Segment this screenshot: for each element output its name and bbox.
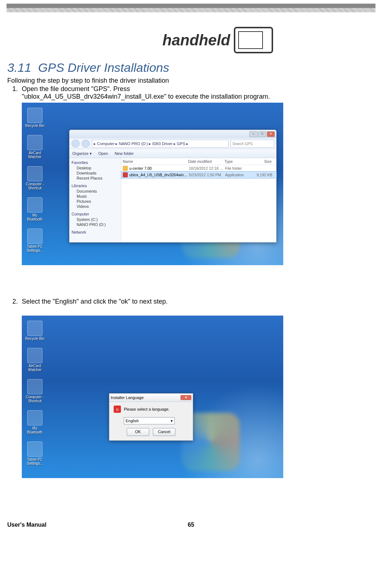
- dialog-body: u Please select a language. English ▾ OK…: [109, 402, 193, 440]
- explorer-window: – □ ✕ ▸ Computer▸ NANO PRO (D:)▸ ID83 Dr…: [69, 129, 277, 243]
- col-type[interactable]: Type: [224, 159, 250, 164]
- desktop-icon-recyclebin[interactable]: Recycle Bin: [25, 321, 45, 341]
- step-2: Select the "English" and click the "ok" …: [20, 298, 375, 305]
- language-selected: English: [126, 419, 139, 423]
- application-icon: [123, 172, 128, 177]
- sidebar-item-videos[interactable]: Videos: [72, 204, 119, 209]
- file-header: Name Date modified Type Size: [121, 158, 276, 165]
- explorer-filelist: Name Date modified Type Size u-center 7.…: [121, 158, 276, 242]
- sidebar-favorites-title: Favorites: [72, 160, 119, 165]
- desktop-icon-bluetooth[interactable]: My Bluetooth: [25, 410, 45, 434]
- desktop-icon-tabletpc[interactable]: Tablet PC Settings...: [25, 229, 45, 252]
- crumb-driverfolder[interactable]: ID83 Driver: [152, 141, 172, 146]
- sidebar-item-pictures[interactable]: Pictures: [72, 199, 119, 204]
- explorer-sidebar: Favorites Desktop Downloads Recent Place…: [69, 158, 121, 242]
- sidebar-libraries-title: Libraries: [72, 184, 119, 188]
- crumb-drive[interactable]: NANO PRO (D:): [119, 141, 148, 146]
- folder-icon: [123, 166, 128, 171]
- desktop-icon-recyclebin[interactable]: Recycle Bin: [25, 108, 45, 128]
- desktop-icon-aircard[interactable]: AirCard Watcher: [25, 348, 45, 372]
- file-row-ucenter[interactable]: u-center 7.00 10/16/2012 12:18 ... File …: [121, 165, 276, 172]
- ublox-icon: u: [114, 406, 121, 413]
- ok-button[interactable]: OK: [127, 428, 149, 436]
- step-list-2: Select the "English" and click the "ok" …: [7, 298, 375, 305]
- step-2-text: Select the "English" and click the "ok" …: [22, 298, 168, 305]
- sidebar-item-music[interactable]: Music: [72, 194, 119, 199]
- screenshot-2-container: Recycle Bin AirCard Watcher Computer - S…: [22, 316, 375, 478]
- installer-language-dialog: Installer Language ✕ u Please select a l…: [109, 393, 193, 441]
- col-size[interactable]: Size: [250, 159, 272, 164]
- step-1-line1: Open the file document "GPS". Press: [22, 85, 130, 92]
- screenshot-1-container: Recycle Bin AirCard Watcher Computer - S…: [22, 103, 375, 265]
- step-list: Open the file document "GPS". Press "ubl…: [7, 85, 375, 100]
- cancel-button[interactable]: Cancel: [153, 428, 175, 436]
- computer-icon: [27, 379, 42, 394]
- page-footer: User's Manual 65: [0, 522, 382, 535]
- screenshot-2: Recycle Bin AirCard Watcher Computer - S…: [22, 316, 283, 478]
- brand-header: handheld: [7, 27, 375, 53]
- footer-page-number: 65: [188, 522, 194, 528]
- page-content: handheld 3.11 GPS Driver Installations F…: [0, 12, 382, 485]
- maximize-button[interactable]: □: [258, 131, 266, 137]
- bluetooth-icon: [27, 197, 42, 213]
- open-button[interactable]: Open: [98, 151, 108, 156]
- tabletpc-icon: [27, 441, 42, 457]
- sidebar-network-title[interactable]: Network: [72, 230, 119, 234]
- section-heading: 3.11 GPS Driver Installations: [7, 61, 375, 75]
- col-name[interactable]: Name: [123, 159, 188, 164]
- bluetooth-icon: [27, 410, 42, 425]
- desktop-icon-computer[interactable]: Computer - Shortcut: [25, 379, 45, 403]
- sidebar-item-systemc[interactable]: System (C:): [72, 217, 119, 222]
- desktop-icon-computer[interactable]: Computer - Shortcut: [25, 166, 45, 190]
- recycle-bin-icon: [27, 321, 42, 336]
- nav-forward-button[interactable]: [82, 140, 90, 148]
- computer-icon: [27, 166, 42, 181]
- page-top-border: [7, 4, 375, 12]
- sidebar-computer-title: Computer: [72, 212, 119, 216]
- close-button[interactable]: ✕: [180, 395, 191, 400]
- device-icon: [234, 27, 273, 53]
- recycle-bin-icon: [27, 108, 42, 123]
- desktop-icon-bluetooth[interactable]: My Bluetooth: [25, 197, 45, 221]
- newfolder-button[interactable]: New folder: [115, 151, 134, 156]
- search-input[interactable]: Search GPS: [231, 140, 274, 148]
- sidebar-item-downloads[interactable]: Downloads: [72, 170, 119, 176]
- explorer-navbar: ▸ Computer▸ NANO PRO (D:)▸ ID83 Driver▸ …: [69, 139, 276, 149]
- dialog-prompt: Please select a language.: [124, 407, 170, 411]
- sidebar-item-desktop[interactable]: Desktop: [72, 165, 119, 170]
- aircard-icon: [27, 348, 42, 363]
- intro-text: Following the step by step to finish the…: [7, 77, 375, 85]
- desktop-icon-tabletpc[interactable]: Tablet PC Settings...: [25, 441, 45, 465]
- breadcrumb[interactable]: ▸ Computer▸ NANO PRO (D:)▸ ID83 Driver▸ …: [92, 140, 228, 148]
- desktop-icons: Recycle Bin AirCard Watcher Computer - S…: [25, 321, 47, 473]
- sidebar-item-recent[interactable]: Recent Places: [72, 176, 119, 181]
- organize-button[interactable]: Organize ▾: [72, 151, 92, 156]
- screenshot-1: Recycle Bin AirCard Watcher Computer - S…: [22, 103, 283, 265]
- chevron-down-icon: ▾: [171, 419, 173, 423]
- file-row-ublox-installer[interactable]: ublox_A4_U5_USB_drv3264win7_install... 5…: [121, 172, 276, 178]
- section-title-text: GPS Driver Installations: [38, 61, 169, 74]
- dialog-titlebar: Installer Language ✕: [109, 394, 193, 402]
- explorer-titlebar: – □ ✕: [69, 130, 276, 139]
- close-button[interactable]: ✕: [267, 131, 275, 137]
- explorer-body: Favorites Desktop Downloads Recent Place…: [69, 158, 276, 242]
- brand-logo-text: handheld: [162, 32, 230, 49]
- window-buttons: – □ ✕: [249, 131, 275, 137]
- dialog-title: Installer Language: [111, 395, 144, 400]
- sidebar-item-documents[interactable]: Documents: [72, 189, 119, 194]
- nav-back-button[interactable]: [72, 140, 80, 148]
- col-date[interactable]: Date modified: [188, 159, 224, 164]
- step-1-line2: "ublox_A4_U5_USB_drv3264win7_install_UI.…: [22, 93, 270, 100]
- minimize-button[interactable]: –: [249, 131, 257, 137]
- language-select[interactable]: English ▾: [124, 417, 175, 424]
- dialog-buttons: OK Cancel: [114, 428, 188, 436]
- crumb-gps[interactable]: GPS: [177, 141, 185, 146]
- desktop-icons: Recycle Bin AirCard Watcher Computer - S…: [25, 108, 47, 260]
- step-1: Open the file document "GPS". Press "ubl…: [20, 85, 375, 100]
- crumb-computer[interactable]: Computer: [97, 141, 114, 146]
- tabletpc-icon: [27, 229, 42, 244]
- aircard-icon: [27, 135, 42, 150]
- desktop-icon-aircard[interactable]: AirCard Watcher: [25, 135, 45, 159]
- section-number: 3.11: [7, 61, 31, 74]
- sidebar-item-nanopro[interactable]: NANO PRO (D:): [72, 222, 119, 227]
